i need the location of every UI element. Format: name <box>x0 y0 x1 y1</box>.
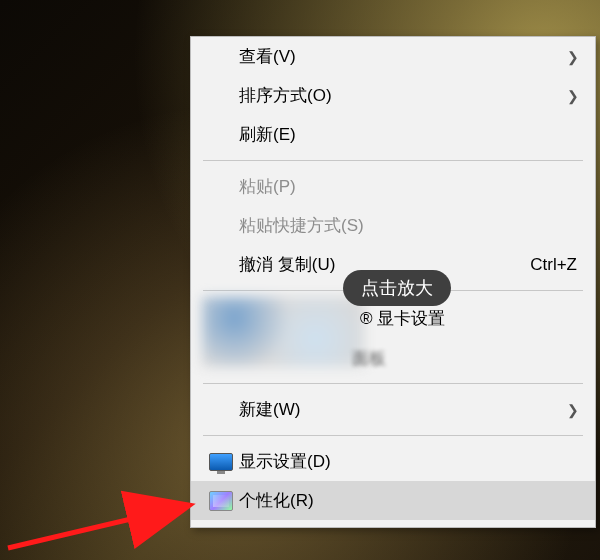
personalize-icon <box>203 489 239 513</box>
menu-label: 显示设置(D) <box>239 450 577 473</box>
display-icon <box>203 450 239 474</box>
menu-label: 个性化(R) <box>239 489 577 512</box>
menu-label: 查看(V) <box>239 45 567 68</box>
chevron-right-icon: ❯ <box>567 88 577 104</box>
desktop-background: 查看(V) ❯ 排序方式(O) ❯ 刷新(E) 粘贴(P) 粘贴快捷方式(S) … <box>0 0 600 560</box>
menu-label: 刷新(E) <box>239 123 577 146</box>
menu-item-sort[interactable]: 排序方式(O) ❯ <box>191 76 595 115</box>
icon-slot <box>203 84 239 108</box>
shortcut-text: Ctrl+Z <box>530 255 577 275</box>
icon-slot <box>203 45 239 69</box>
menu-label: 粘贴快捷方式(S) <box>239 214 577 237</box>
menu-item-display-settings[interactable]: 显示设置(D) <box>191 442 595 481</box>
chevron-right-icon: ❯ <box>567 49 577 65</box>
menu-item-view[interactable]: 查看(V) ❯ <box>191 37 595 76</box>
tooltip-click-to-enlarge: 点击放大 <box>343 270 451 306</box>
menu-item-paste: 粘贴(P) <box>191 167 595 206</box>
svg-line-0 <box>8 506 186 548</box>
redacted-block <box>202 297 364 367</box>
chevron-right-icon: ❯ <box>567 402 577 418</box>
menu-item-personalize[interactable]: 个性化(R) <box>191 481 595 520</box>
icon-slot <box>203 175 239 199</box>
menu-item-refresh[interactable]: 刷新(E) <box>191 115 595 154</box>
menu-label: 粘贴(P) <box>239 175 577 198</box>
separator <box>203 435 583 436</box>
separator <box>203 160 583 161</box>
icon-slot <box>203 123 239 147</box>
redacted-partial-text: ® 显卡设置 <box>360 307 445 330</box>
menu-label: 排序方式(O) <box>239 84 567 107</box>
separator <box>203 383 583 384</box>
menu-item-new[interactable]: 新建(W) ❯ <box>191 390 595 429</box>
icon-slot <box>203 214 239 238</box>
icon-slot <box>203 398 239 422</box>
icon-slot <box>203 253 239 277</box>
menu-label: 新建(W) <box>239 398 567 421</box>
menu-item-paste-shortcut: 粘贴快捷方式(S) <box>191 206 595 245</box>
redacted-partial-text-2: 面板 <box>352 347 386 370</box>
